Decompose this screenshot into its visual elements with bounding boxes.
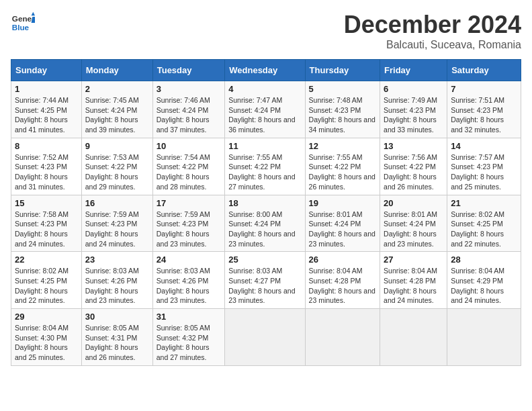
calendar-cell: 11Sunrise: 7:55 AMSunset: 4:22 PMDayligh… xyxy=(225,138,305,195)
logo: General Blue xyxy=(11,11,35,35)
day-info: Sunrise: 8:02 AMSunset: 4:25 PMDaylight:… xyxy=(15,266,78,306)
calendar-row: 22Sunrise: 8:02 AMSunset: 4:25 PMDayligh… xyxy=(11,252,521,309)
calendar-row: 1Sunrise: 7:44 AMSunset: 4:25 PMDaylight… xyxy=(11,81,521,138)
day-number: 16 xyxy=(85,198,149,208)
day-number: 26 xyxy=(309,255,376,265)
calendar-cell xyxy=(225,309,305,366)
day-info: Sunrise: 8:00 AMSunset: 4:24 PMDaylight:… xyxy=(228,210,301,249)
calendar-cell: 1Sunrise: 7:44 AMSunset: 4:25 PMDaylight… xyxy=(11,81,82,138)
calendar-cell: 13Sunrise: 7:56 AMSunset: 4:22 PMDayligh… xyxy=(380,138,447,195)
day-info: Sunrise: 7:55 AMSunset: 4:22 PMDaylight:… xyxy=(228,152,301,192)
title-block: December 2024 Balcauti, Suceava, Romania xyxy=(344,11,521,51)
day-info: Sunrise: 7:51 AMSunset: 4:23 PMDaylight:… xyxy=(451,95,517,135)
calendar-cell: 9Sunrise: 7:53 AMSunset: 4:22 PMDaylight… xyxy=(81,138,152,195)
calendar-cell: 3Sunrise: 7:46 AMSunset: 4:24 PMDaylight… xyxy=(152,81,225,138)
calendar-cell: 29Sunrise: 8:04 AMSunset: 4:30 PMDayligh… xyxy=(11,309,82,366)
day-number: 31 xyxy=(157,312,222,322)
calendar-cell: 2Sunrise: 7:45 AMSunset: 4:24 PMDaylight… xyxy=(81,81,152,138)
day-number: 2 xyxy=(85,84,149,94)
day-info: Sunrise: 7:54 AMSunset: 4:22 PMDaylight:… xyxy=(157,152,222,192)
day-info: Sunrise: 8:04 AMSunset: 4:28 PMDaylight:… xyxy=(384,266,443,306)
calendar-cell: 8Sunrise: 7:52 AMSunset: 4:23 PMDaylight… xyxy=(11,138,82,195)
day-number: 15 xyxy=(15,198,78,208)
day-number: 25 xyxy=(228,255,301,265)
day-info: Sunrise: 7:47 AMSunset: 4:24 PMDaylight:… xyxy=(228,95,301,135)
calendar-cell: 30Sunrise: 8:05 AMSunset: 4:31 PMDayligh… xyxy=(81,309,152,366)
calendar-cell: 7Sunrise: 7:51 AMSunset: 4:23 PMDaylight… xyxy=(447,81,521,138)
day-number: 18 xyxy=(228,198,301,208)
calendar-cell: 25Sunrise: 8:03 AMSunset: 4:27 PMDayligh… xyxy=(225,252,305,309)
calendar-cell xyxy=(447,309,521,366)
weekday-header: Sunday xyxy=(11,60,82,81)
calendar-cell: 12Sunrise: 7:55 AMSunset: 4:22 PMDayligh… xyxy=(305,138,380,195)
day-number: 6 xyxy=(384,84,443,94)
day-number: 27 xyxy=(384,255,443,265)
calendar-cell: 23Sunrise: 8:03 AMSunset: 4:26 PMDayligh… xyxy=(81,252,152,309)
weekday-header-row: SundayMondayTuesdayWednesdayThursdayFrid… xyxy=(11,60,521,81)
day-info: Sunrise: 7:55 AMSunset: 4:22 PMDaylight:… xyxy=(309,152,376,192)
weekday-header: Tuesday xyxy=(152,60,225,81)
calendar-row: 29Sunrise: 8:04 AMSunset: 4:30 PMDayligh… xyxy=(11,309,521,366)
location-title: Balcauti, Suceava, Romania xyxy=(344,39,521,51)
calendar-cell: 21Sunrise: 8:02 AMSunset: 4:25 PMDayligh… xyxy=(447,195,521,252)
day-info: Sunrise: 8:04 AMSunset: 4:29 PMDaylight:… xyxy=(451,266,517,306)
day-info: Sunrise: 7:57 AMSunset: 4:23 PMDaylight:… xyxy=(451,152,517,192)
day-number: 21 xyxy=(451,198,517,208)
day-number: 23 xyxy=(85,255,149,265)
day-number: 11 xyxy=(228,141,301,151)
calendar-cell: 20Sunrise: 8:01 AMSunset: 4:24 PMDayligh… xyxy=(380,195,447,252)
calendar-cell: 18Sunrise: 8:00 AMSunset: 4:24 PMDayligh… xyxy=(225,195,305,252)
calendar-table: SundayMondayTuesdayWednesdayThursdayFrid… xyxy=(11,59,521,366)
day-info: Sunrise: 7:58 AMSunset: 4:23 PMDaylight:… xyxy=(15,210,78,249)
day-info: Sunrise: 8:03 AMSunset: 4:26 PMDaylight:… xyxy=(85,266,149,306)
day-number: 28 xyxy=(451,255,517,265)
weekday-header: Monday xyxy=(81,60,152,81)
calendar-cell: 31Sunrise: 8:05 AMSunset: 4:32 PMDayligh… xyxy=(152,309,225,366)
day-info: Sunrise: 7:53 AMSunset: 4:22 PMDaylight:… xyxy=(85,152,149,192)
calendar-cell: 22Sunrise: 8:02 AMSunset: 4:25 PMDayligh… xyxy=(11,252,82,309)
weekday-header: Friday xyxy=(380,60,447,81)
day-number: 29 xyxy=(15,312,78,322)
calendar-cell: 4Sunrise: 7:47 AMSunset: 4:24 PMDaylight… xyxy=(225,81,305,138)
day-number: 1 xyxy=(15,84,78,94)
calendar-row: 15Sunrise: 7:58 AMSunset: 4:23 PMDayligh… xyxy=(11,195,521,252)
logo-icon: General Blue xyxy=(11,11,35,35)
day-number: 22 xyxy=(15,255,78,265)
day-info: Sunrise: 8:01 AMSunset: 4:24 PMDaylight:… xyxy=(309,210,376,249)
svg-text:Blue: Blue xyxy=(12,23,30,32)
weekday-header: Thursday xyxy=(305,60,380,81)
day-info: Sunrise: 7:46 AMSunset: 4:24 PMDaylight:… xyxy=(157,95,222,135)
day-number: 3 xyxy=(157,84,222,94)
month-title: December 2024 xyxy=(344,11,521,39)
day-info: Sunrise: 7:48 AMSunset: 4:23 PMDaylight:… xyxy=(309,95,376,135)
day-info: Sunrise: 7:56 AMSunset: 4:22 PMDaylight:… xyxy=(384,152,443,192)
calendar-cell: 10Sunrise: 7:54 AMSunset: 4:22 PMDayligh… xyxy=(152,138,225,195)
day-info: Sunrise: 7:49 AMSunset: 4:23 PMDaylight:… xyxy=(384,95,443,135)
day-info: Sunrise: 7:59 AMSunset: 4:23 PMDaylight:… xyxy=(85,210,149,249)
day-info: Sunrise: 8:05 AMSunset: 4:32 PMDaylight:… xyxy=(157,323,222,363)
day-number: 10 xyxy=(157,141,222,151)
day-info: Sunrise: 7:52 AMSunset: 4:23 PMDaylight:… xyxy=(15,152,78,192)
day-info: Sunrise: 7:59 AMSunset: 4:23 PMDaylight:… xyxy=(157,210,222,249)
calendar-cell: 24Sunrise: 8:03 AMSunset: 4:26 PMDayligh… xyxy=(152,252,225,309)
day-number: 20 xyxy=(384,198,443,208)
calendar-cell: 26Sunrise: 8:04 AMSunset: 4:28 PMDayligh… xyxy=(305,252,380,309)
day-number: 7 xyxy=(451,84,517,94)
calendar-cell: 6Sunrise: 7:49 AMSunset: 4:23 PMDaylight… xyxy=(380,81,447,138)
day-info: Sunrise: 8:04 AMSunset: 4:28 PMDaylight:… xyxy=(309,266,376,306)
calendar-cell: 27Sunrise: 8:04 AMSunset: 4:28 PMDayligh… xyxy=(380,252,447,309)
day-info: Sunrise: 8:02 AMSunset: 4:25 PMDaylight:… xyxy=(451,210,517,249)
day-number: 17 xyxy=(157,198,222,208)
day-info: Sunrise: 7:45 AMSunset: 4:24 PMDaylight:… xyxy=(85,95,149,135)
day-number: 30 xyxy=(85,312,149,322)
day-number: 13 xyxy=(384,141,443,151)
calendar-cell xyxy=(380,309,447,366)
day-info: Sunrise: 8:01 AMSunset: 4:24 PMDaylight:… xyxy=(384,210,443,249)
day-number: 4 xyxy=(228,84,301,94)
calendar-cell: 15Sunrise: 7:58 AMSunset: 4:23 PMDayligh… xyxy=(11,195,82,252)
calendar-cell: 16Sunrise: 7:59 AMSunset: 4:23 PMDayligh… xyxy=(81,195,152,252)
calendar-cell: 19Sunrise: 8:01 AMSunset: 4:24 PMDayligh… xyxy=(305,195,380,252)
calendar-cell: 17Sunrise: 7:59 AMSunset: 4:23 PMDayligh… xyxy=(152,195,225,252)
day-number: 24 xyxy=(157,255,222,265)
day-info: Sunrise: 8:05 AMSunset: 4:31 PMDaylight:… xyxy=(85,323,149,363)
